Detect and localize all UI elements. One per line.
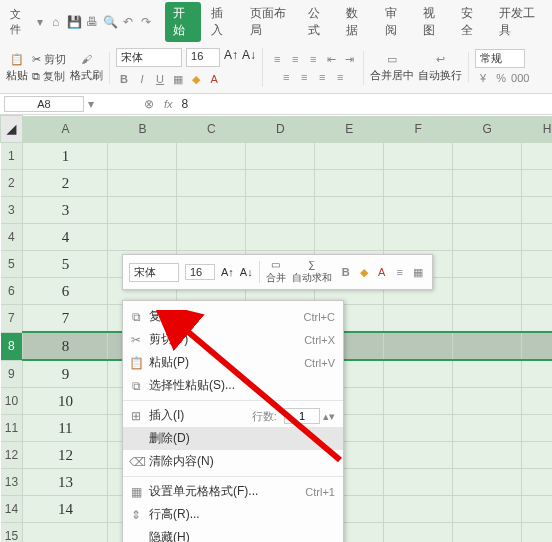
mini-font-size[interactable]: 16 [185, 264, 215, 280]
font-size-select[interactable]: 16 [186, 48, 220, 67]
tab-view[interactable]: 视图 [415, 2, 451, 42]
font-color-icon[interactable]: A [206, 71, 222, 87]
cell[interactable] [177, 197, 246, 224]
row-head[interactable]: 2 [1, 170, 23, 197]
cell[interactable] [384, 143, 453, 170]
cell[interactable] [453, 360, 522, 388]
cell[interactable] [384, 197, 453, 224]
align-middle-icon[interactable]: ≡ [287, 51, 303, 67]
cell[interactable] [108, 170, 177, 197]
tab-insert[interactable]: 插入 [203, 2, 239, 42]
row-head[interactable]: 5 [1, 251, 23, 278]
cell[interactable] [384, 496, 453, 523]
dropdown-icon[interactable]: ▾ [37, 15, 43, 29]
tab-page-layout[interactable]: 页面布局 [242, 2, 299, 42]
cell[interactable] [384, 523, 453, 543]
row-head[interactable]: 7 [1, 305, 23, 333]
increase-font-icon[interactable]: A↑ [224, 48, 238, 67]
font-name-select[interactable]: 宋体 [116, 48, 182, 67]
cell[interactable] [453, 442, 522, 469]
decrease-font-icon[interactable]: A↓ [242, 48, 256, 67]
cell[interactable] [453, 415, 522, 442]
col-head-f[interactable]: F [384, 116, 453, 143]
mini-increase-font-icon[interactable]: A↑ [221, 266, 234, 278]
cell[interactable] [453, 496, 522, 523]
cell[interactable] [384, 442, 453, 469]
cell[interactable] [522, 360, 552, 388]
cell[interactable] [522, 415, 552, 442]
mini-fill-icon[interactable]: ◆ [356, 264, 372, 280]
cell[interactable] [108, 224, 177, 251]
cell[interactable] [453, 170, 522, 197]
cell[interactable] [522, 469, 552, 496]
cell[interactable] [453, 469, 522, 496]
col-head-e[interactable]: E [315, 116, 384, 143]
wrap-button[interactable]: ↩ 自动换行 [418, 52, 462, 83]
merge-button[interactable]: ▭ 合并居中 [370, 52, 414, 83]
print-icon[interactable]: 🖶 [85, 15, 99, 29]
underline-icon[interactable]: U [152, 71, 168, 87]
ctx-format-cells[interactable]: ▦ 设置单元格格式(F)... Ctrl+1 [123, 480, 343, 503]
align-bottom-icon[interactable]: ≡ [305, 51, 321, 67]
cell[interactable] [177, 224, 246, 251]
cell[interactable] [453, 332, 522, 360]
formula-input[interactable]: 8 [181, 96, 548, 112]
align-right-icon[interactable]: ≡ [314, 69, 330, 85]
row-head[interactable]: 11 [1, 415, 23, 442]
tab-formula[interactable]: 公式 [300, 2, 336, 42]
cell[interactable] [453, 143, 522, 170]
tab-dev[interactable]: 开发工具 [491, 2, 548, 42]
cell[interactable] [453, 523, 522, 543]
name-box[interactable]: A8 [4, 96, 84, 112]
cell[interactable] [522, 251, 552, 278]
cell[interactable] [522, 496, 552, 523]
cell[interactable]: 2 [23, 170, 108, 197]
cell[interactable] [522, 332, 552, 360]
ctx-hide[interactable]: 隐藏(H) [123, 526, 343, 542]
border-icon[interactable]: ▦ [170, 71, 186, 87]
cell[interactable]: 11 [23, 415, 108, 442]
align-top-icon[interactable]: ≡ [269, 51, 285, 67]
cell[interactable] [384, 305, 453, 333]
row-head[interactable]: 9 [1, 360, 23, 388]
mini-align-icon[interactable]: ≡ [392, 264, 408, 280]
cell[interactable] [522, 523, 552, 543]
undo-icon[interactable]: ↶ [121, 15, 135, 29]
indent-dec-icon[interactable]: ⇤ [323, 51, 339, 67]
cell[interactable] [177, 143, 246, 170]
cell[interactable] [246, 197, 315, 224]
mini-font-color-icon[interactable]: A [374, 264, 390, 280]
currency-icon[interactable]: ¥ [475, 70, 491, 86]
cell[interactable] [453, 251, 522, 278]
cell[interactable] [522, 143, 552, 170]
cell[interactable] [315, 224, 384, 251]
cell[interactable] [177, 170, 246, 197]
col-head-g[interactable]: G [453, 116, 522, 143]
cell[interactable]: 3 [23, 197, 108, 224]
cell[interactable] [23, 523, 108, 543]
tab-start[interactable]: 开始 [165, 2, 201, 42]
insert-rows-input[interactable] [284, 408, 320, 424]
cell[interactable]: 13 [23, 469, 108, 496]
row-head[interactable]: 12 [1, 442, 23, 469]
cell[interactable] [384, 469, 453, 496]
row-head[interactable]: 14 [1, 496, 23, 523]
cell[interactable] [522, 388, 552, 415]
mini-font-name[interactable]: 宋体 [129, 263, 179, 282]
cell[interactable] [522, 442, 552, 469]
cell[interactable] [522, 224, 552, 251]
cancel-icon[interactable]: ⊗ [142, 97, 156, 111]
cell[interactable] [522, 278, 552, 305]
cell[interactable] [384, 170, 453, 197]
mini-autosum-button[interactable]: ∑ 自动求和 [292, 259, 332, 285]
cell[interactable]: 7 [23, 305, 108, 333]
copy-button[interactable]: ⧉ 复制 [32, 69, 66, 84]
cell[interactable] [522, 170, 552, 197]
cell[interactable] [453, 224, 522, 251]
row-head[interactable]: 13 [1, 469, 23, 496]
ctx-cut[interactable]: ✂ 剪切(T) Ctrl+X [123, 328, 343, 351]
home-icon[interactable]: ⌂ [49, 15, 63, 29]
cell[interactable] [453, 278, 522, 305]
cell[interactable] [453, 197, 522, 224]
cell[interactable] [246, 224, 315, 251]
